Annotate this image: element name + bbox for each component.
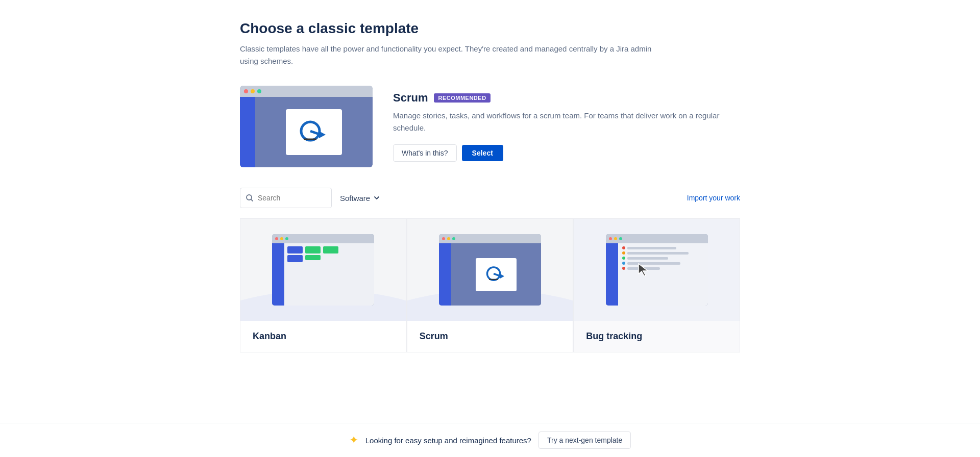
select-button[interactable]: Select [462, 145, 503, 161]
bug-dot-blue [622, 262, 625, 265]
svg-marker-10 [500, 274, 504, 279]
bug-dot-orange [622, 251, 625, 255]
bug-dot-green [622, 257, 625, 260]
dot-green-sm [452, 237, 455, 240]
sparkle-icon: ✦ [349, 434, 358, 447]
scrum-content [451, 243, 541, 306]
bugtrack-card-image [574, 219, 740, 321]
dot-yellow-sm [280, 237, 283, 240]
card-sidebar [606, 243, 618, 306]
scrum-mini-svg [483, 264, 509, 285]
kanban-mini-card [287, 255, 303, 262]
recommended-badge: RECOMMENDED [434, 93, 490, 103]
chevron-down-icon [373, 194, 380, 201]
bug-line [627, 252, 689, 255]
filter-bar: Software Import your work [240, 188, 740, 219]
dot-yellow-sm [447, 237, 450, 240]
dot-red-sm [442, 237, 445, 240]
featured-template-description: Manage stories, tasks, and workflows for… [393, 110, 740, 134]
cursor-icon [636, 263, 651, 277]
browser-content [255, 97, 373, 167]
search-input[interactable] [258, 194, 326, 202]
featured-template-info: Scrum RECOMMENDED Manage stories, tasks,… [393, 91, 740, 162]
scrum-card-icon [476, 258, 517, 291]
dot-red-sm [609, 237, 612, 240]
search-icon [246, 194, 254, 202]
dot-yellow-sm [614, 237, 617, 240]
bug-row [622, 262, 704, 265]
whats-in-button[interactable]: What's in this? [393, 144, 457, 162]
try-next-gen-button[interactable]: Try a next-gen template [538, 431, 631, 449]
featured-template-card: Scrum RECOMMENDED Manage stories, tasks,… [240, 86, 740, 167]
bottom-banner: ✦ Looking for easy setup and reimagined … [0, 423, 980, 457]
svg-line-5 [251, 199, 253, 201]
bugtrack-card-label: Bug tracking [574, 321, 740, 352]
kanban-mini-card [287, 246, 303, 253]
scrum-card-image [407, 219, 573, 321]
kanban-content [284, 243, 374, 306]
page-description: Classic templates have all the power and… [240, 43, 658, 67]
scrum-card-label: Scrum [407, 321, 573, 352]
bug-dot-red [622, 246, 625, 249]
bugtrack-content [618, 243, 708, 306]
kanban-browser [272, 234, 374, 306]
card-sidebar [272, 243, 284, 306]
browser-sidebar [240, 97, 255, 167]
import-work-link[interactable]: Import your work [687, 194, 740, 202]
template-card-bugtrack[interactable]: Bug tracking [573, 219, 740, 352]
dot-yellow [251, 89, 255, 93]
filter-left: Software [240, 188, 382, 208]
bug-dot-red2 [622, 267, 625, 270]
template-name-row: Scrum RECOMMENDED [393, 91, 740, 105]
bug-row [622, 267, 704, 270]
bug-row [622, 257, 704, 260]
scrum-browser [439, 234, 541, 306]
page-title: Choose a classic template [240, 20, 740, 37]
kanban-mini-card [305, 255, 321, 260]
kanban-mini-card [323, 246, 338, 253]
category-dropdown[interactable]: Software [338, 194, 382, 202]
dot-red-sm [275, 237, 278, 240]
bug-line [627, 247, 676, 249]
card-sidebar [439, 243, 451, 306]
scrum-svg-icon [296, 117, 332, 147]
svg-marker-12 [639, 264, 648, 276]
bugtrack-browser [606, 234, 708, 306]
kanban-card-image [240, 219, 406, 321]
featured-template-name: Scrum [393, 91, 428, 105]
dot-green-sm [619, 237, 622, 240]
template-card-scrum[interactable]: Scrum [407, 219, 574, 352]
bug-line [627, 262, 680, 265]
featured-template-image [240, 86, 373, 167]
dot-red [244, 89, 248, 93]
template-card-kanban[interactable]: Kanban [240, 219, 407, 352]
svg-point-8 [487, 267, 500, 280]
dot-green [257, 89, 261, 93]
kanban-mini-card [305, 246, 321, 253]
search-box[interactable] [240, 188, 332, 208]
browser-titlebar [240, 86, 373, 97]
template-actions: What's in this? Select [393, 144, 740, 162]
bug-row [622, 251, 704, 255]
bug-line [627, 257, 668, 260]
category-label: Software [340, 194, 370, 202]
template-grid: Kanban [240, 219, 740, 352]
banner-text: Looking for easy setup and reimagined fe… [365, 436, 531, 445]
bug-row [622, 246, 704, 249]
dot-green-sm [285, 237, 288, 240]
svg-marker-2 [319, 131, 326, 138]
scrum-icon-wrap [286, 109, 342, 155]
kanban-card-label: Kanban [240, 321, 406, 352]
